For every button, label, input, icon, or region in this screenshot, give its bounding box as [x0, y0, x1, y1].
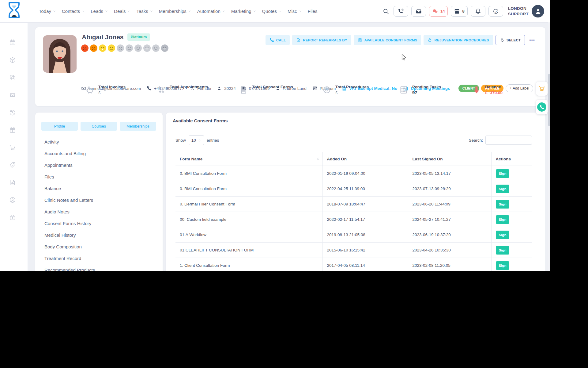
mood-face-9[interactable] [152, 44, 160, 52]
menu-item-consent-forms-history[interactable]: Consent Forms History [35, 218, 163, 229]
support-icon[interactable] [9, 197, 16, 204]
scrollbar-thumb[interactable] [548, 74, 550, 126]
nav-item-contacts[interactable]: Contacts [62, 9, 85, 14]
mood-face-6[interactable] [126, 44, 133, 52]
sign-button[interactable]: Sign [496, 261, 510, 270]
copy-icon[interactable] [9, 74, 16, 81]
cell-added-on: 2022-02-17 11:54:17 [322, 212, 408, 227]
nav-item-files[interactable]: Files [308, 9, 318, 14]
nav-item-marketing[interactable]: Marketing [231, 9, 256, 14]
menu-item-files[interactable]: Files [35, 171, 163, 183]
chat-button[interactable]: 14 [429, 6, 448, 17]
mood-rating [81, 44, 168, 52]
nav-item-automation[interactable]: Automation [197, 9, 225, 14]
column-header-last-signed-on[interactable]: Last Signed On [408, 152, 491, 166]
stat-balance: Balance£ -370.00 [472, 85, 503, 95]
table-search-input[interactable] [485, 136, 532, 145]
avatar[interactable] [532, 5, 544, 17]
stat-value: £ -370.00 [485, 90, 503, 95]
page-size-select[interactable]: 10 [189, 135, 204, 145]
menu-item-appointments[interactable]: Appointments [35, 159, 163, 171]
account-menu[interactable]: LONDON SUPPORT [508, 6, 529, 17]
mood-face-5[interactable] [117, 44, 124, 52]
column-header-form-name[interactable]: Form Name [175, 152, 322, 166]
sign-button[interactable]: Sign [496, 185, 510, 193]
mood-face-2[interactable] [90, 44, 97, 52]
menu-item-clinic-notes-and-letters[interactable]: Clinic Notes and Letters [35, 194, 163, 206]
stat-value: £ [335, 90, 369, 95]
donut-icon [322, 85, 331, 94]
nav-item-quotes[interactable]: Quotes [262, 9, 282, 14]
nav-item-memberships[interactable]: Memberships [159, 9, 191, 14]
svg-text:$: $ [12, 164, 13, 166]
nav-item-label: Marketing [231, 9, 251, 14]
price-tag-icon[interactable]: $ [9, 162, 16, 169]
tab-courses[interactable]: Courses [81, 122, 117, 131]
bell-button[interactable] [471, 6, 485, 17]
menu-item-audio-notes[interactable]: Audio Notes [35, 206, 163, 218]
tab-profile[interactable]: Profile [41, 122, 78, 131]
inbox-button[interactable] [411, 6, 426, 17]
sign-button[interactable]: Sign [496, 231, 510, 239]
help-button[interactable]: ? [488, 6, 503, 17]
mood-face-7[interactable] [134, 44, 142, 52]
mood-face-4[interactable] [108, 44, 115, 52]
nav-item-tasks[interactable]: Tasks [136, 9, 153, 14]
nav-item-misc[interactable]: Misc [288, 9, 302, 14]
sign-button[interactable]: Sign [496, 169, 510, 178]
mood-face-3[interactable] [99, 44, 106, 52]
package-icon[interactable] [9, 57, 16, 64]
app-logo-icon[interactable] [7, 2, 21, 21]
mood-face-10[interactable] [161, 44, 168, 52]
cart-icon[interactable] [9, 144, 16, 151]
history-icon[interactable] [9, 109, 16, 116]
menu-item-accounts-and-billing[interactable]: Accounts and Billing [35, 148, 163, 159]
sign-button[interactable]: Sign [496, 200, 510, 209]
sparkles-icon [156, 85, 166, 94]
select-button[interactable]: SELECT [496, 35, 525, 45]
mood-face-1[interactable] [81, 44, 89, 52]
cell-last-signed-on: 2023-05-05 13:14:17 [408, 166, 491, 181]
search-icon[interactable] [383, 8, 389, 15]
nav-item-label: Quotes [262, 9, 277, 14]
phone-button[interactable] [394, 6, 408, 17]
call-button[interactable]: CALL [266, 35, 290, 45]
menu-item-treatment-record[interactable]: Treatment Record [35, 253, 163, 264]
case-icon[interactable] [9, 214, 16, 221]
menu-item-recommended-products[interactable]: Recommended Products [35, 264, 163, 271]
report-referrals-by-button[interactable]: REPORT REFERRALS BY [292, 35, 351, 45]
doc-report-icon [296, 38, 301, 42]
stat-text: Total Procedures£ [335, 85, 369, 95]
column-header-added-on[interactable]: Added On [322, 152, 408, 166]
menu-item-activity[interactable]: Activity [35, 136, 163, 148]
store-button[interactable]: 8 [451, 6, 467, 17]
calendar-12-icon[interactable]: 12 [9, 39, 16, 46]
column-header-actions[interactable]: Actions [491, 152, 532, 166]
nav-item-deals[interactable]: Deals [114, 9, 130, 14]
report-icon[interactable] [9, 179, 16, 186]
cart-shortcut-icon[interactable] [536, 82, 548, 96]
menu-item-body-composition[interactable]: Body Composition [35, 241, 163, 253]
menu-item-medical-history[interactable]: Medical History [35, 229, 163, 241]
gift-icon[interactable] [9, 127, 16, 134]
stat-total-invoices: $Total Invoices£ [85, 85, 126, 95]
rejuvenation-procedures-button[interactable]: REJUVENATION PROCEDURES [424, 35, 493, 45]
inbox-icon [416, 8, 422, 14]
sign-button[interactable]: Sign [496, 246, 510, 255]
nav-item-today[interactable]: Today [39, 9, 56, 14]
tab-memberships[interactable]: Memberships [120, 122, 156, 131]
more-actions-button[interactable]: ••• [527, 37, 537, 43]
nav-item-leads[interactable]: Leads [91, 9, 108, 14]
bell-icon [475, 8, 481, 14]
cell-added-on: 2019-08-13 21:05:08 [322, 227, 408, 243]
chevron-down-icon [253, 10, 256, 13]
sign-button[interactable]: Sign [496, 215, 510, 224]
voucher-icon[interactable] [9, 92, 16, 99]
mood-face-8[interactable] [143, 44, 151, 52]
divider [166, 130, 545, 130]
whatsapp-call-icon[interactable] [536, 100, 548, 114]
menu-item-balance[interactable]: Balance [35, 183, 163, 194]
available-consent-forms-button[interactable]: AVAILABLE CONSENT FORMS [354, 35, 421, 45]
nav-item-label: Contacts [62, 9, 80, 14]
vertical-scrollbar[interactable] [548, 22, 550, 271]
